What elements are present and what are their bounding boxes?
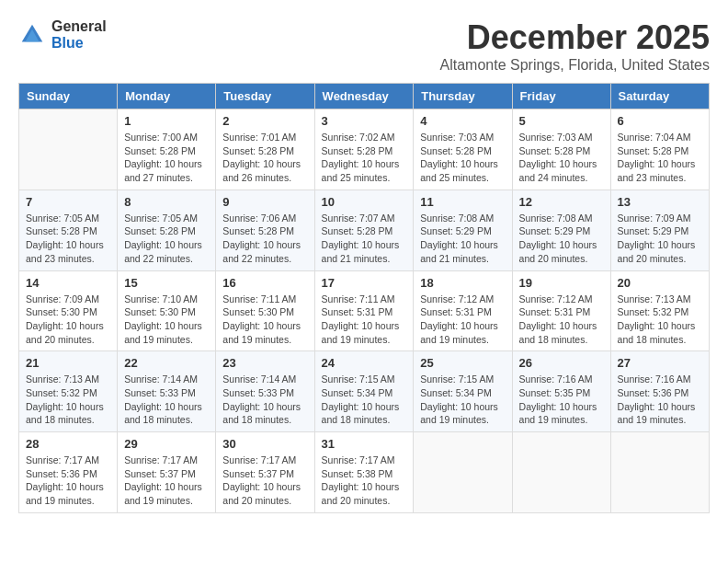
calendar-week-row: 14Sunrise: 7:09 AM Sunset: 5:30 PM Dayli… bbox=[19, 270, 710, 351]
day-info: Sunrise: 7:03 AM Sunset: 5:28 PM Dayligh… bbox=[420, 131, 505, 185]
location-title: Altamonte Springs, Florida, United State… bbox=[440, 57, 710, 74]
day-number: 28 bbox=[26, 437, 110, 451]
page-header: General Blue December 2025 Altamonte Spr… bbox=[18, 18, 710, 74]
day-info: Sunrise: 7:08 AM Sunset: 5:29 PM Dayligh… bbox=[420, 212, 505, 266]
calendar-cell: 14Sunrise: 7:09 AM Sunset: 5:30 PM Dayli… bbox=[19, 270, 118, 351]
day-info: Sunrise: 7:11 AM Sunset: 5:31 PM Dayligh… bbox=[322, 293, 407, 347]
calendar-body: 1Sunrise: 7:00 AM Sunset: 5:28 PM Daylig… bbox=[19, 109, 710, 513]
weekday-header: Saturday bbox=[610, 84, 709, 109]
calendar-cell: 31Sunrise: 7:17 AM Sunset: 5:38 PM Dayli… bbox=[314, 432, 414, 513]
calendar-cell: 12Sunrise: 7:08 AM Sunset: 5:29 PM Dayli… bbox=[512, 190, 610, 270]
calendar-cell bbox=[19, 109, 118, 190]
logo: General Blue bbox=[18, 18, 107, 51]
day-info: Sunrise: 7:09 AM Sunset: 5:30 PM Dayligh… bbox=[26, 293, 110, 347]
day-number: 20 bbox=[618, 276, 702, 290]
day-number: 15 bbox=[124, 276, 209, 290]
logo-general: General bbox=[51, 18, 107, 35]
calendar-week-row: 7Sunrise: 7:05 AM Sunset: 5:28 PM Daylig… bbox=[19, 190, 710, 270]
day-info: Sunrise: 7:15 AM Sunset: 5:34 PM Dayligh… bbox=[322, 373, 407, 427]
day-info: Sunrise: 7:02 AM Sunset: 5:28 PM Dayligh… bbox=[322, 131, 407, 185]
calendar-cell: 20Sunrise: 7:13 AM Sunset: 5:32 PM Dayli… bbox=[610, 270, 709, 351]
day-number: 19 bbox=[519, 276, 604, 290]
day-info: Sunrise: 7:16 AM Sunset: 5:35 PM Dayligh… bbox=[519, 373, 604, 427]
calendar-cell: 24Sunrise: 7:15 AM Sunset: 5:34 PM Dayli… bbox=[314, 351, 414, 432]
calendar-cell: 1Sunrise: 7:00 AM Sunset: 5:28 PM Daylig… bbox=[118, 109, 216, 190]
day-number: 8 bbox=[124, 195, 209, 209]
weekday-header: Thursday bbox=[414, 84, 512, 109]
day-number: 6 bbox=[618, 114, 702, 128]
day-info: Sunrise: 7:14 AM Sunset: 5:33 PM Dayligh… bbox=[222, 373, 307, 427]
weekday-header: Sunday bbox=[19, 84, 118, 109]
day-info: Sunrise: 7:01 AM Sunset: 5:28 PM Dayligh… bbox=[222, 131, 307, 185]
day-info: Sunrise: 7:17 AM Sunset: 5:38 PM Dayligh… bbox=[322, 454, 407, 508]
calendar-cell: 17Sunrise: 7:11 AM Sunset: 5:31 PM Dayli… bbox=[314, 270, 414, 351]
calendar-cell: 18Sunrise: 7:12 AM Sunset: 5:31 PM Dayli… bbox=[414, 270, 512, 351]
weekday-header: Wednesday bbox=[314, 84, 414, 109]
day-info: Sunrise: 7:06 AM Sunset: 5:28 PM Dayligh… bbox=[222, 212, 307, 266]
calendar-cell bbox=[512, 432, 610, 513]
logo-blue: Blue bbox=[51, 35, 107, 52]
calendar-header: SundayMondayTuesdayWednesdayThursdayFrid… bbox=[19, 84, 710, 109]
calendar-cell: 16Sunrise: 7:11 AM Sunset: 5:30 PM Dayli… bbox=[216, 270, 314, 351]
calendar-cell: 30Sunrise: 7:17 AM Sunset: 5:37 PM Dayli… bbox=[216, 432, 314, 513]
day-number: 29 bbox=[124, 437, 209, 451]
day-number: 17 bbox=[322, 276, 407, 290]
day-info: Sunrise: 7:05 AM Sunset: 5:28 PM Dayligh… bbox=[124, 212, 209, 266]
calendar-cell: 10Sunrise: 7:07 AM Sunset: 5:28 PM Dayli… bbox=[314, 190, 414, 270]
day-info: Sunrise: 7:09 AM Sunset: 5:29 PM Dayligh… bbox=[618, 212, 702, 266]
day-info: Sunrise: 7:17 AM Sunset: 5:36 PM Dayligh… bbox=[26, 454, 110, 508]
day-number: 31 bbox=[322, 437, 407, 451]
day-info: Sunrise: 7:17 AM Sunset: 5:37 PM Dayligh… bbox=[222, 454, 307, 508]
title-area: December 2025 Altamonte Springs, Florida… bbox=[440, 18, 710, 74]
calendar-cell: 7Sunrise: 7:05 AM Sunset: 5:28 PM Daylig… bbox=[19, 190, 118, 270]
day-number: 13 bbox=[618, 195, 702, 209]
day-info: Sunrise: 7:04 AM Sunset: 5:28 PM Dayligh… bbox=[618, 131, 702, 185]
day-number: 3 bbox=[322, 114, 407, 128]
day-info: Sunrise: 7:05 AM Sunset: 5:28 PM Dayligh… bbox=[26, 212, 110, 266]
calendar-cell: 25Sunrise: 7:15 AM Sunset: 5:34 PM Dayli… bbox=[414, 351, 512, 432]
day-number: 9 bbox=[222, 195, 307, 209]
day-info: Sunrise: 7:00 AM Sunset: 5:28 PM Dayligh… bbox=[124, 131, 209, 185]
calendar-cell: 5Sunrise: 7:03 AM Sunset: 5:28 PM Daylig… bbox=[512, 109, 610, 190]
logo-icon bbox=[18, 21, 46, 49]
day-info: Sunrise: 7:07 AM Sunset: 5:28 PM Dayligh… bbox=[322, 212, 407, 266]
calendar-cell: 22Sunrise: 7:14 AM Sunset: 5:33 PM Dayli… bbox=[118, 351, 216, 432]
day-info: Sunrise: 7:13 AM Sunset: 5:32 PM Dayligh… bbox=[618, 293, 702, 347]
calendar-cell: 2Sunrise: 7:01 AM Sunset: 5:28 PM Daylig… bbox=[216, 109, 314, 190]
calendar-cell: 13Sunrise: 7:09 AM Sunset: 5:29 PM Dayli… bbox=[610, 190, 709, 270]
day-number: 10 bbox=[322, 195, 407, 209]
calendar-cell: 8Sunrise: 7:05 AM Sunset: 5:28 PM Daylig… bbox=[118, 190, 216, 270]
day-info: Sunrise: 7:14 AM Sunset: 5:33 PM Dayligh… bbox=[124, 373, 209, 427]
calendar-cell: 23Sunrise: 7:14 AM Sunset: 5:33 PM Dayli… bbox=[216, 351, 314, 432]
logo-text: General Blue bbox=[51, 18, 107, 51]
day-number: 11 bbox=[420, 195, 505, 209]
weekday-header: Monday bbox=[118, 84, 216, 109]
day-info: Sunrise: 7:13 AM Sunset: 5:32 PM Dayligh… bbox=[26, 373, 110, 427]
day-number: 5 bbox=[519, 114, 604, 128]
calendar-week-row: 1Sunrise: 7:00 AM Sunset: 5:28 PM Daylig… bbox=[19, 109, 710, 190]
calendar-cell: 27Sunrise: 7:16 AM Sunset: 5:36 PM Dayli… bbox=[610, 351, 709, 432]
calendar-cell: 6Sunrise: 7:04 AM Sunset: 5:28 PM Daylig… bbox=[610, 109, 709, 190]
day-info: Sunrise: 7:11 AM Sunset: 5:30 PM Dayligh… bbox=[222, 293, 307, 347]
calendar-cell: 11Sunrise: 7:08 AM Sunset: 5:29 PM Dayli… bbox=[414, 190, 512, 270]
day-number: 24 bbox=[322, 356, 407, 370]
calendar-cell: 9Sunrise: 7:06 AM Sunset: 5:28 PM Daylig… bbox=[216, 190, 314, 270]
day-info: Sunrise: 7:12 AM Sunset: 5:31 PM Dayligh… bbox=[519, 293, 604, 347]
day-number: 26 bbox=[519, 356, 604, 370]
day-number: 1 bbox=[124, 114, 209, 128]
day-info: Sunrise: 7:10 AM Sunset: 5:30 PM Dayligh… bbox=[124, 293, 209, 347]
day-number: 23 bbox=[222, 356, 307, 370]
weekday-header: Friday bbox=[512, 84, 610, 109]
calendar-cell: 28Sunrise: 7:17 AM Sunset: 5:36 PM Dayli… bbox=[19, 432, 118, 513]
day-number: 16 bbox=[222, 276, 307, 290]
calendar-cell: 19Sunrise: 7:12 AM Sunset: 5:31 PM Dayli… bbox=[512, 270, 610, 351]
day-info: Sunrise: 7:16 AM Sunset: 5:36 PM Dayligh… bbox=[618, 373, 702, 427]
day-info: Sunrise: 7:17 AM Sunset: 5:37 PM Dayligh… bbox=[124, 454, 209, 508]
day-info: Sunrise: 7:03 AM Sunset: 5:28 PM Dayligh… bbox=[519, 131, 604, 185]
calendar-cell bbox=[414, 432, 512, 513]
day-info: Sunrise: 7:08 AM Sunset: 5:29 PM Dayligh… bbox=[519, 212, 604, 266]
calendar-cell bbox=[610, 432, 709, 513]
calendar-cell: 26Sunrise: 7:16 AM Sunset: 5:35 PM Dayli… bbox=[512, 351, 610, 432]
weekday-header: Tuesday bbox=[216, 84, 314, 109]
calendar-week-row: 28Sunrise: 7:17 AM Sunset: 5:36 PM Dayli… bbox=[19, 432, 710, 513]
